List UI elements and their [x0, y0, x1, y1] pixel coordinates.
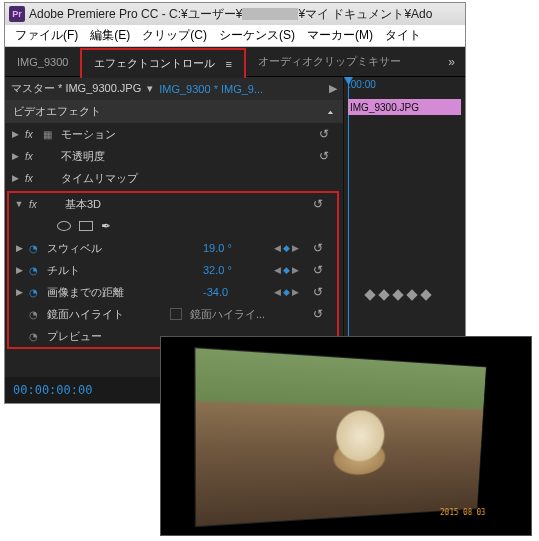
twirl-icon[interactable]: ▶ — [13, 265, 25, 275]
fx-badge-icon: fx — [29, 199, 43, 210]
menu-file[interactable]: ファイル(F) — [9, 25, 84, 46]
preview-3d-image — [194, 347, 487, 527]
reset-button[interactable]: ↺ — [319, 127, 339, 141]
keyframe-track[interactable] — [348, 287, 461, 303]
tilt-label: チルト — [47, 263, 199, 278]
effect-timeremap-row[interactable]: ▶ fx タイムリマップ — [5, 167, 343, 189]
swivel-value[interactable]: 19.0 ° — [203, 242, 259, 254]
param-specular-row: ◔ 鏡面ハイライト 鏡面ハイライ... ↺ — [9, 303, 337, 325]
pen-mask-icon[interactable]: ✒ — [101, 219, 111, 233]
menu-clip[interactable]: クリップ(C) — [136, 25, 213, 46]
titlebar: Pr Adobe Premiere Pro CC - C:¥ユーザー¥¥マイ ド… — [5, 3, 465, 25]
app-name: Adobe Premiere Pro CC — [29, 7, 158, 21]
caret-down-icon[interactable]: ▾ — [147, 82, 153, 95]
keyframe-diamond-icon[interactable] — [392, 289, 403, 300]
distance-label: 画像までの距離 — [47, 285, 199, 300]
tab-source[interactable]: IMG_9300 — [5, 47, 80, 77]
effect-opacity-row[interactable]: ▶ fx 不透明度 ↺ — [5, 145, 343, 167]
fx-badge-icon: fx — [25, 173, 39, 184]
path-prefix: - C:¥ユーザー¥ — [158, 7, 242, 21]
ruler-label: :00:00 — [348, 79, 376, 90]
motion-label: モーション — [61, 127, 315, 142]
stopwatch-icon[interactable]: ◔ — [29, 331, 43, 342]
clip-bar[interactable]: IMG_9300.JPG — [348, 99, 461, 115]
ellipse-mask-icon[interactable] — [57, 221, 71, 231]
keyframe-diamond-icon[interactable] — [378, 289, 389, 300]
timeremap-label: タイムリマップ — [61, 171, 339, 186]
master-label: マスター * IMG_9300.JPG — [11, 81, 141, 96]
reset-button[interactable]: ↺ — [319, 149, 339, 163]
stopwatch-icon[interactable]: ◔ — [29, 243, 43, 254]
twirl-icon[interactable]: ▶ — [9, 151, 21, 161]
preview-timestamp: 2015 08 03 — [440, 508, 486, 517]
menu-marker[interactable]: マーカー(M) — [301, 25, 379, 46]
video-effects-label: ビデオエフェクト — [13, 104, 101, 119]
keyframe-diamond-icon[interactable] — [406, 289, 417, 300]
collapse-icon[interactable]: ▲ — [326, 109, 335, 115]
param-tilt-row: ▶ ◔ チルト 32.0 ° ◀ ◆ ▶ ↺ — [9, 259, 337, 281]
stopwatch-icon[interactable]: ◔ — [29, 265, 43, 276]
reset-button[interactable]: ↺ — [313, 197, 333, 211]
reset-button[interactable]: ↺ — [313, 307, 333, 321]
timeline-ruler[interactable]: :00:00 — [344, 77, 465, 97]
twirl-icon[interactable]: ▶ — [9, 173, 21, 183]
twirl-icon[interactable]: ▶ — [13, 287, 25, 297]
menu-sequence[interactable]: シーケンス(S) — [213, 25, 301, 46]
sequence-link[interactable]: IMG_9300 * IMG_9... — [159, 83, 323, 95]
window-title: Adobe Premiere Pro CC - C:¥ユーザー¥¥マイ ドキュメ… — [29, 6, 432, 23]
tab-effect-controls-label: エフェクトコントロール — [94, 56, 215, 71]
keyframe-diamond-icon[interactable] — [420, 289, 431, 300]
tab-source-label: IMG_9300 — [17, 56, 68, 68]
clip-name: IMG_9300.JPG — [350, 102, 419, 113]
effect-switch-icon[interactable]: ▦ — [43, 129, 57, 140]
keyframe-nav[interactable]: ◀ ◆ ▶ — [263, 243, 309, 253]
specular-label: 鏡面ハイライト — [47, 307, 166, 322]
tabs-overflow[interactable]: » — [438, 55, 465, 69]
menubar: ファイル(F) 編集(E) クリップ(C) シーケンス(S) マーカー(M) タ… — [5, 25, 465, 47]
effect-basic3d-row[interactable]: ▼ fx 基本3D ↺ — [9, 193, 337, 215]
reset-button[interactable]: ↺ — [313, 285, 333, 299]
keyframe-nav[interactable]: ◀ ◆ ▶ — [263, 265, 309, 275]
master-clip-row: マスター * IMG_9300.JPG ▾ IMG_9300 * IMG_9..… — [5, 77, 343, 100]
mask-shape-row: ✒ — [9, 215, 337, 237]
path-suffix: ¥マイ ドキュメント¥Ado — [298, 7, 432, 21]
twirl-open-icon[interactable]: ▼ — [13, 199, 25, 209]
basic3d-label: 基本3D — [65, 197, 309, 212]
opacity-label: 不透明度 — [61, 149, 315, 164]
reset-button[interactable]: ↺ — [313, 263, 333, 277]
stopwatch-icon[interactable]: ◔ — [29, 309, 43, 320]
tab-effect-controls[interactable]: エフェクトコントロール ≡ — [80, 48, 245, 78]
twirl-icon[interactable]: ▶ — [13, 243, 25, 253]
obscured-username — [242, 8, 298, 20]
tab-audio-mixer-label: オーディオクリップミキサー — [258, 54, 401, 69]
menu-edit[interactable]: 編集(E) — [84, 25, 136, 46]
basic3d-highlight: ▼ fx 基本3D ↺ ✒ ▶ ◔ スウィベル 19.0 ° ◀ ◆ ▶ — [7, 191, 339, 349]
program-monitor-preview: 2015 08 03 — [160, 336, 532, 536]
distance-value[interactable]: -34.0 — [203, 286, 259, 298]
specular-checkbox-label: 鏡面ハイライ... — [186, 307, 309, 322]
keyframe-diamond-icon[interactable] — [364, 289, 375, 300]
fx-badge-icon: fx — [25, 129, 39, 140]
panel-menu-icon[interactable]: ≡ — [225, 58, 231, 70]
tab-audio-mixer[interactable]: オーディオクリップミキサー — [246, 47, 413, 77]
stopwatch-icon[interactable]: ◔ — [29, 287, 43, 298]
swivel-label: スウィベル — [47, 241, 199, 256]
play-icon[interactable]: ▶ — [329, 82, 337, 95]
reset-button[interactable]: ↺ — [313, 241, 333, 255]
specular-checkbox[interactable] — [170, 308, 182, 320]
panel-tabstrip: IMG_9300 エフェクトコントロール ≡ オーディオクリップミキサー » — [5, 47, 465, 77]
video-effects-header: ビデオエフェクト ▲ — [5, 100, 343, 123]
premiere-icon: Pr — [9, 6, 25, 22]
twirl-icon[interactable]: ▶ — [9, 129, 21, 139]
rect-mask-icon[interactable] — [79, 221, 93, 231]
fx-badge-icon: fx — [25, 151, 39, 162]
keyframe-nav[interactable]: ◀ ◆ ▶ — [263, 287, 309, 297]
tilt-value[interactable]: 32.0 ° — [203, 264, 259, 276]
effect-motion-row[interactable]: ▶ fx ▦ モーション ↺ — [5, 123, 343, 145]
param-swivel-row: ▶ ◔ スウィベル 19.0 ° ◀ ◆ ▶ ↺ — [9, 237, 337, 259]
param-distance-row: ▶ ◔ 画像までの距離 -34.0 ◀ ◆ ▶ ↺ — [9, 281, 337, 303]
menu-title[interactable]: タイト — [379, 25, 427, 46]
